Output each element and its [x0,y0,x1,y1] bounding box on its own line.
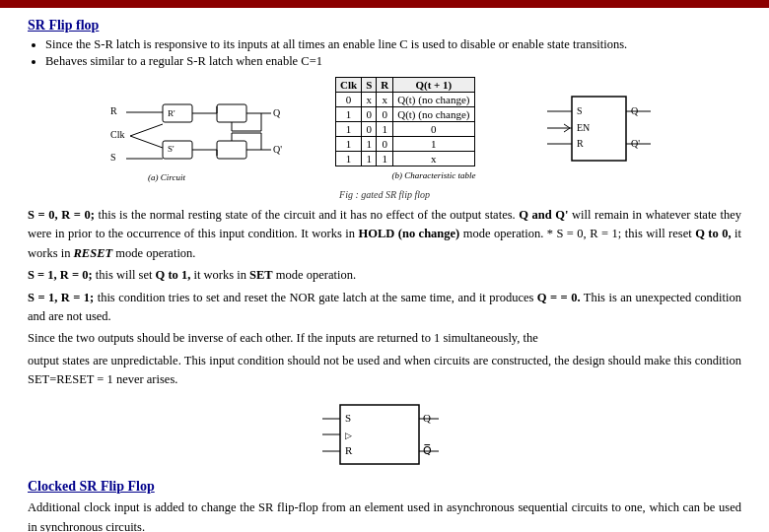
svg-text:Clk: Clk [110,129,124,140]
section-sr-flipflop: SR Flip flop Since the S-R latch is resp… [28,18,741,471]
svg-line-5 [130,136,163,148]
svg-text:Q: Q [423,412,431,424]
p3-bold2: Q = = 0. [537,291,581,304]
col-s: S [362,78,377,93]
svg-text:EN: EN [577,122,590,133]
top-bar [0,0,769,8]
table-row: 1010 [336,122,475,137]
svg-text:R': R' [168,108,175,118]
svg-text:Q̅: Q̅ [423,444,432,456]
svg-text:Q': Q' [631,138,640,149]
svg-text:R: R [577,138,584,149]
svg-text:(a) Circuit: (a) Circuit [148,172,185,182]
clocked-sr-text: Additional clock input is added to chang… [28,499,741,532]
p2-bold1: S = 1, R = 0; [28,268,93,282]
section-title-clocked: Clocked SR Flip Flop [28,479,741,495]
table-row: 1101 [336,137,475,152]
p2-text3: mode operation. [276,268,356,282]
svg-text:▷: ▷ [345,431,352,440]
p2-bold3: SET [249,268,273,282]
p3-bold1: S = 1, R = 1; [28,291,94,304]
svg-line-4 [130,124,163,136]
p2-text2: it works in [193,268,249,282]
svg-rect-15 [217,104,246,122]
p1-bold1: S = 0, R = 0; [28,208,95,222]
svg-rect-16 [217,141,246,159]
main-text: S = 0, R = 0; this is the normal resting… [28,206,741,389]
p1-text3: mode operation. * S = 0, R = 1; this wil… [463,227,695,240]
p1-bold4: Q to 0, [695,227,731,240]
small-sr-svg: S ▷ R Q Q̅ [320,397,449,471]
paragraph-3: S = 1, R = 1; this condition tries to se… [28,289,741,327]
svg-text:S: S [110,152,116,163]
bullet-list: Since the S-R latch is responsive to its… [45,37,741,69]
table-row: 111x [336,152,475,166]
svg-text:S: S [577,105,583,116]
char-table-caption: (b) Characteristic table [335,170,532,180]
section-title-sr: SR Flip flop [28,18,741,33]
col-qt1: Q(t + 1) [393,78,474,93]
section-clocked-sr: Clocked SR Flip Flop Additional clock in… [28,479,741,532]
col-clk: Clk [336,78,362,93]
col-r: R [377,78,393,93]
symbol-svg: S EN R Q Q' [542,77,661,185]
circuit-svg: R Clk S R' S' [108,77,325,185]
svg-text:Q: Q [273,107,281,118]
p1-italic1: RESET [74,246,113,260]
p1-text1: this is the normal resting state of the … [98,208,519,222]
paragraph-5: output states are unpredictable. This in… [28,352,741,390]
circuit-diagram: R Clk S R' S' [108,77,325,185]
svg-text:Q': Q' [273,144,282,155]
p2-text1: this will set [96,268,156,282]
svg-text:R: R [345,444,353,456]
paragraph-2: S = 1, R = 0; this will set Q to 1, it w… [28,266,741,285]
p1-text5: mode operation. [115,246,195,260]
symbol-diagram: S EN R Q Q' [542,77,661,185]
char-table: Clk S R Q(t + 1) 0xxQ(t) (no change) 100… [335,77,532,185]
bullet-item-2: Behaves similar to a regular S-R latch w… [45,54,741,69]
p1-bold3: HOLD (no change) [359,227,460,240]
small-sr-diagram: S ▷ R Q Q̅ [28,397,741,471]
p3-text1: this condition tries to set and reset th… [98,291,537,304]
table-row: 0xxQ(t) (no change) [336,93,475,107]
table-row: 100Q(t) (no change) [336,107,475,122]
bullet-item-1: Since the S-R latch is responsive to its… [45,37,741,52]
main-content: SR Flip flop Since the S-R latch is resp… [0,8,769,532]
p2-bold2: Q to 1, [156,268,191,282]
svg-text:S': S' [168,144,175,154]
svg-text:S: S [345,412,351,424]
paragraph-4: Since the two outputs should be inverse … [28,329,741,348]
paragraph-1: S = 0, R = 0; this is the normal resting… [28,206,741,263]
characteristic-table: Clk S R Q(t + 1) 0xxQ(t) (no change) 100… [335,77,475,166]
svg-text:Q: Q [631,105,639,116]
diagram-area: R Clk S R' S' [28,77,741,185]
fig-caption: Fig : gated SR flip flop [28,189,741,200]
svg-text:R: R [110,105,117,116]
p1-bold2: Q and Q' [519,208,568,222]
